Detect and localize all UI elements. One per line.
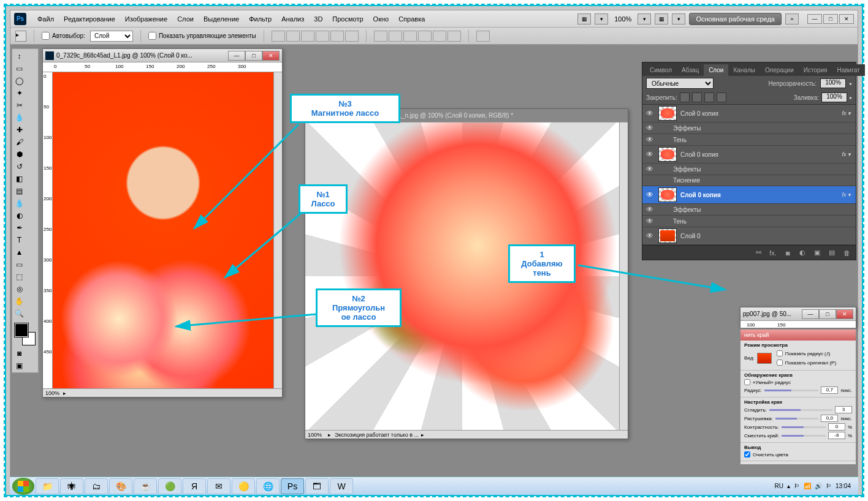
taskbar-utorrent-icon[interactable]: 🟢 <box>158 478 181 494</box>
radius-value[interactable]: 0,7 <box>821 386 838 394</box>
panel-menu-icon[interactable]: ≡ <box>865 67 868 76</box>
pen-tool-icon[interactable]: ✒ <box>13 222 25 233</box>
foreground-color[interactable] <box>15 323 28 337</box>
menu-window[interactable]: Окно <box>368 13 394 25</box>
taskbar-app2-icon[interactable]: 🗔 <box>305 478 329 494</box>
link-layers-icon[interactable]: ⚯ <box>753 248 764 258</box>
radius-slider[interactable] <box>764 390 819 391</box>
screenmode-icon[interactable]: ▣ <box>13 360 25 371</box>
tray-action-icon[interactable]: 🏳 <box>826 483 832 489</box>
show-transform-controls[interactable]: Показать управляющие элементы <box>148 32 256 40</box>
tray-volume-icon[interactable]: 🔊 <box>815 483 822 489</box>
color-swatches[interactable] <box>13 322 37 347</box>
layer-row[interactable]: 👁 Слой 0 копия fx ▾ <box>642 105 856 122</box>
taskbar-clock[interactable]: 13:04 <box>836 483 851 489</box>
menu-file[interactable]: Файл <box>32 13 59 25</box>
adjustment-layer-icon[interactable]: ◐ <box>797 248 808 258</box>
contrast-slider[interactable] <box>782 426 826 428</box>
doc-close-button[interactable]: ✕ <box>836 309 853 319</box>
feather-slider[interactable] <box>775 418 819 420</box>
smooth-slider[interactable] <box>769 409 832 411</box>
blur-tool-icon[interactable]: 💧 <box>13 197 25 209</box>
current-tool-icon[interactable]: ▸ <box>15 31 26 42</box>
doc-maximize-button[interactable]: □ <box>819 309 836 319</box>
layer-effect-item[interactable]: Тиснение <box>642 175 856 186</box>
zoom-level[interactable]: 100% <box>612 15 634 23</box>
auto-align-icon[interactable] <box>476 31 490 42</box>
lock-transparency-icon[interactable] <box>680 92 690 102</box>
layer-thumbnail[interactable] <box>658 228 677 243</box>
fx-badge[interactable]: fx ▾ <box>842 192 851 198</box>
healing-tool-icon[interactable]: ✚ <box>13 124 25 135</box>
taskbar-agent-icon[interactable]: 🟡 <box>232 478 255 494</box>
tab-actions[interactable]: Операции <box>760 64 799 76</box>
menu-help[interactable]: Справка <box>394 13 430 25</box>
layer-thumbnail[interactable] <box>658 106 677 121</box>
layer-group-icon[interactable]: ▣ <box>812 248 823 258</box>
stamp-tool-icon[interactable]: ⬢ <box>13 148 25 160</box>
menu-edit[interactable]: Редактирование <box>59 13 120 25</box>
app-minimize-button[interactable]: — <box>807 14 822 24</box>
shape-tool-icon[interactable]: ▭ <box>13 258 25 270</box>
visibility-icon[interactable]: 👁 <box>645 150 655 159</box>
screen-mode-icon[interactable]: ▦ <box>655 13 668 24</box>
menu-select[interactable]: Выделение <box>199 13 244 25</box>
menu-image[interactable]: Изображение <box>120 13 172 25</box>
visibility-icon[interactable]: 👁 <box>645 232 655 240</box>
zoom-tool-icon[interactable]: 🔍 <box>13 307 25 319</box>
layer-style-icon[interactable]: fx. <box>767 248 779 258</box>
contrast-value[interactable]: 0 <box>828 423 845 431</box>
tab-layers[interactable]: Слои <box>704 64 728 76</box>
tray-network-icon[interactable]: 📶 <box>804 483 811 489</box>
layer-effects-header[interactable]: 👁Эффекты <box>642 204 856 216</box>
tab-character[interactable]: Символ <box>645 64 677 76</box>
extras-icon[interactable]: ▾ <box>672 13 685 24</box>
move-tool-icon[interactable]: ↕ <box>13 50 25 62</box>
fx-badge[interactable]: fx ▾ <box>842 151 851 157</box>
taskbar-chrome-icon[interactable]: 🌐 <box>256 478 280 494</box>
layer-row[interactable]: 👁 Слой 0 <box>642 227 856 245</box>
tab-channels[interactable]: Каналы <box>728 64 760 76</box>
tab-paragraph[interactable]: Абзац <box>677 64 704 76</box>
fx-badge[interactable]: fx ▾ <box>842 110 851 116</box>
decontaminate-checkbox[interactable]: Очистить цвета <box>744 451 852 458</box>
app-maximize-button[interactable]: □ <box>823 14 838 24</box>
menu-3d[interactable]: 3D <box>309 13 327 25</box>
hand-tool-icon[interactable]: ✋ <box>13 295 25 307</box>
eraser-tool-icon[interactable]: ◧ <box>13 173 25 184</box>
layer-thumbnail[interactable] <box>658 147 677 162</box>
menu-filter[interactable]: Фильтр <box>244 13 276 25</box>
autoselect-checkbox[interactable]: Автовыбор: <box>42 32 85 40</box>
crop-tool-icon[interactable]: ✂ <box>13 99 25 111</box>
distribute-icons[interactable] <box>374 31 461 42</box>
layer-row[interactable]: 👁 Слой 0 копия fx ▾ <box>642 146 856 164</box>
eyedropper-tool-icon[interactable]: 💧 <box>13 111 25 123</box>
taskbar-mail-icon[interactable]: ✉ <box>207 478 230 494</box>
tray-flag-icon[interactable]: 🏳 <box>794 483 800 489</box>
smart-radius-checkbox[interactable]: «Умный» радиус <box>744 379 852 385</box>
taskbar-java-icon[interactable]: ☕ <box>134 478 157 494</box>
taskbar-photoshop-icon[interactable]: Ps <box>281 478 304 494</box>
view-thumb[interactable] <box>757 353 772 364</box>
layer-row[interactable]: 👁 Слой 0 копия fx ▾ <box>642 186 856 204</box>
smooth-value[interactable]: 3 <box>835 406 852 413</box>
tray-chevron-icon[interactable]: ▴ <box>787 483 790 489</box>
shift-slider[interactable] <box>782 435 826 437</box>
show-original-checkbox[interactable]: Показать оригинал (P) <box>777 360 836 366</box>
shift-value[interactable]: -8 <box>828 432 845 439</box>
launch-bridge-icon[interactable]: ▦ <box>577 13 591 24</box>
tab-navigator[interactable]: Навигат <box>832 64 865 76</box>
menu-view[interactable]: Просмотр <box>327 13 368 25</box>
gradient-tool-icon[interactable]: ▤ <box>13 185 25 197</box>
taskbar-yandex-icon[interactable]: Я <box>183 478 206 494</box>
dodge-tool-icon[interactable]: ◐ <box>13 209 25 221</box>
lock-all-icon[interactable] <box>717 92 726 102</box>
delete-layer-icon[interactable]: 🗑 <box>841 248 852 258</box>
new-layer-icon[interactable]: ▤ <box>826 248 837 258</box>
language-indicator[interactable]: RU <box>775 483 783 489</box>
brush-tool-icon[interactable]: 🖌 <box>13 136 25 148</box>
layer-thumbnail[interactable] <box>658 187 677 202</box>
align-icons[interactable] <box>272 31 359 42</box>
start-button[interactable] <box>12 478 34 495</box>
autoselect-target[interactable]: Слой <box>90 31 133 42</box>
